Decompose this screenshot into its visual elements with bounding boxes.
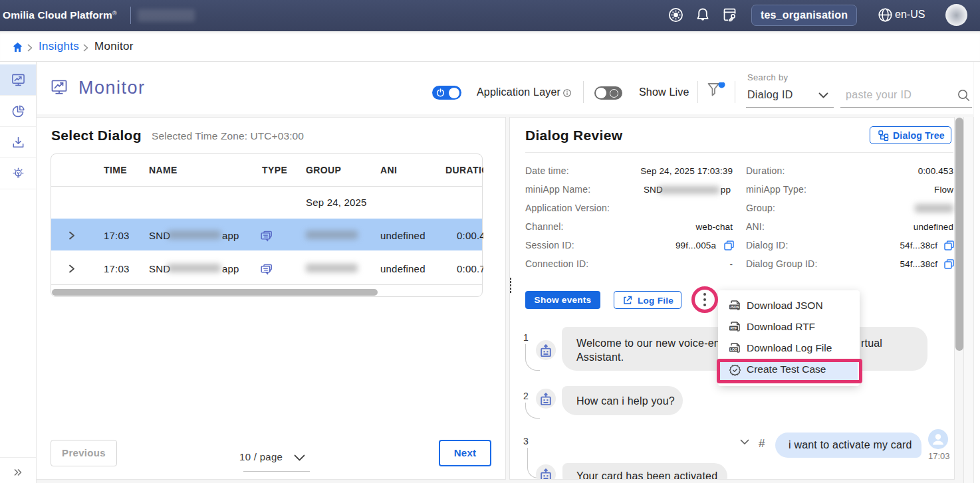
- svg-text:LOG: LOG: [730, 347, 737, 351]
- svg-text:RTF: RTF: [730, 326, 737, 330]
- svg-text:JSON: JSON: [730, 305, 739, 309]
